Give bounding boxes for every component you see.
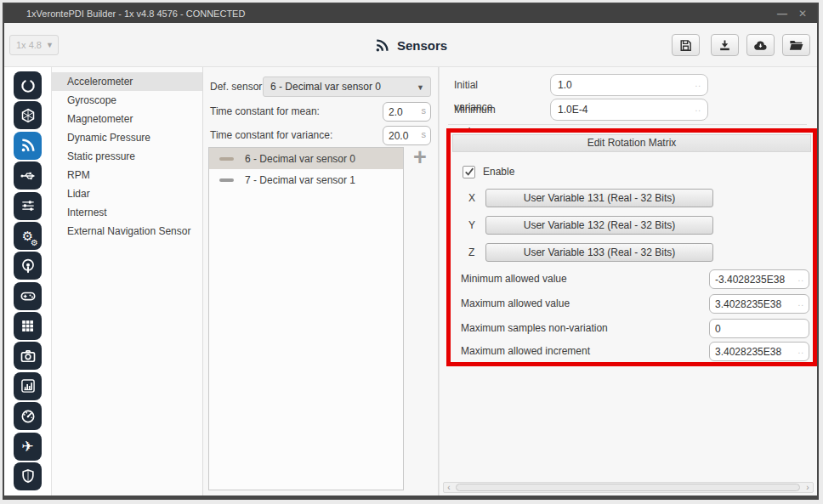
max-increment-row: Maximum allowed increment .. [451,342,813,361]
sidebar-item-shield[interactable] [14,462,42,490]
window-title: 1xVerontePDI Builder - 1x v4.8 4576 - CO… [26,8,245,19]
max-samples-row: Maximum samples non-variation [451,319,813,338]
edit-rotation-matrix-header[interactable]: Edit Rotation Matrix [452,134,811,152]
overflow-dots: .. [695,79,701,88]
menu-item-lidar[interactable]: Lidar [52,184,202,203]
enable-label: Enable [483,166,514,178]
scroll-right-icon[interactable]: › [803,483,813,492]
drag-handle-icon [219,178,234,182]
time-variance-label: Time constant for variance: [210,129,332,141]
plane-icon: ✈ [21,439,33,454]
download-icon [718,38,732,53]
minimize-button[interactable]: — [773,4,792,23]
max-allowed-value-input[interactable] [709,294,809,314]
time-mean-field-wrap: s [383,102,431,122]
scrollbar-thumb[interactable] [456,484,800,491]
minimum-variance-input[interactable] [550,99,708,121]
max-allowed-value-label: Maximum allowed value [461,294,570,314]
menu-item-dynamic-pressure[interactable]: Dynamic Pressure [52,128,202,147]
scroll-left-icon[interactable]: ‹ [444,483,454,492]
podcast-icon [20,258,37,275]
max-samples-field-wrap [709,319,809,338]
shield-icon [20,467,37,484]
axis-y-variable-button[interactable]: User Variable 132 (Real - 32 Bits) [485,216,713,235]
cloud-download-icon [752,37,769,54]
version-selector[interactable]: 1x 4.8 ▼ [9,35,59,55]
menu-item-external-navigation-sensor[interactable]: External Navigation Sensor [52,222,202,241]
highlight-rectangle: Edit Rotation Matrix Enable X User Varia… [446,128,817,366]
menu-item-magnetometer[interactable]: Magnetometer [52,110,202,128]
max-samples-input[interactable] [709,319,809,338]
sensor-listbox: 6 - Decimal var sensor 0 7 - Decimal var… [208,147,404,490]
menu-item-gyroscope[interactable]: Gyroscope [52,91,202,110]
unit-seconds: s [422,129,427,139]
menu-item-rpm[interactable]: RPM [52,166,202,184]
sidebar-item-gears[interactable]: ⚙ ⚙ [14,222,42,250]
def-sensor-dropdown[interactable]: 6 - Decimal var sensor 0 ▼ [263,76,431,97]
hexagon-wireframe-icon [20,107,37,124]
overflow-dots: .. [695,104,701,113]
max-increment-label: Maximum allowed increment [461,342,590,361]
open-folder-button[interactable] [782,34,810,56]
menu-item-accelerometer[interactable]: Accelerometer [52,72,202,91]
initial-variance-field-wrap: .. [550,74,708,96]
sidebar-item-hexagon[interactable] [14,101,42,129]
minimum-variance-field-wrap: .. [550,99,708,121]
max-allowed-value-field-wrap: .. [709,294,809,314]
enable-row: Enable [463,165,514,178]
divider [448,124,807,125]
sidebar-item-gauge[interactable] [14,402,42,430]
camera-icon [20,348,37,365]
overflow-dots: .. [797,298,804,308]
time-mean-label: Time constant for mean: [210,105,320,117]
min-allowed-value-input[interactable] [709,269,809,289]
save-button[interactable] [672,34,700,56]
sidebar-item-power[interactable] [14,71,42,99]
enable-checkbox[interactable] [463,166,475,178]
sidebar-item-bar-chart[interactable] [14,372,42,400]
save-icon [678,38,693,53]
toolbar-buttons [672,34,810,56]
sidebar-item-gamepad[interactable] [14,282,42,310]
max-samples-label: Maximum samples non-variation [461,319,608,338]
time-variance-field-wrap: s [383,126,431,145]
close-button[interactable]: ✕ [793,4,812,23]
sidebar-item-grid[interactable] [14,312,42,340]
sidebar-item-sliders[interactable] [14,192,42,220]
axis-y-label: Y [468,216,475,235]
horizontal-scrollbar[interactable]: ‹ › [443,482,814,493]
min-allowed-value-field-wrap: .. [709,269,809,289]
max-allowed-value-row: Maximum allowed value .. [451,294,813,314]
cloud-download-button[interactable] [746,34,775,56]
axis-x-variable-button[interactable]: User Variable 131 (Real - 32 Bits) [485,189,713,207]
initial-variance-input[interactable] [550,74,708,96]
sidebar-item-usb[interactable] [14,161,42,190]
sidebar-item-podcast[interactable] [14,252,42,280]
sidebar-item-camera[interactable] [14,342,42,370]
toolbar: 1x 4.8 ▼ Sensors [4,23,817,67]
grid-icon [20,318,36,334]
axis-z-variable-button[interactable]: User Variable 133 (Real - 32 Bits) [485,243,713,262]
menu-item-static-pressure[interactable]: Static pressure [52,147,202,166]
menu-item-internest[interactable]: Internest [52,203,202,222]
min-allowed-value-row: Minimum allowed value .. [451,269,813,289]
sensor-list-item-label: 6 - Decimal var sensor 0 [245,153,355,165]
sidebar-item-plane[interactable]: ✈ [14,433,42,461]
config-panel: Def. sensor: 6 - Decimal var sensor 0 ▼ … [203,67,439,496]
sensors-rss-icon [20,137,37,154]
gauge-icon [20,408,37,425]
sensor-list-item-0[interactable]: 6 - Decimal var sensor 0 [209,148,403,169]
unit-seconds: s [422,105,427,116]
sensor-menu: Accelerometer Gyroscope Magnetometer Dyn… [52,67,203,496]
def-sensor-value: 6 - Decimal var sensor 0 [270,81,381,93]
download-button[interactable] [711,34,739,56]
sidebar-item-sensors[interactable] [14,132,42,160]
icon-sidebar: ⚙ ⚙ ✈ [4,67,52,496]
max-increment-input[interactable] [709,342,809,361]
usb-icon [20,167,37,184]
page-title-text: Sensors [397,38,447,53]
version-selector-value: 1x 4.8 [16,40,42,50]
sensor-list-item-1[interactable]: 7 - Decimal var sensor 1 [209,169,403,190]
add-sensor-button[interactable]: + [409,147,431,169]
power-icon [20,77,37,94]
